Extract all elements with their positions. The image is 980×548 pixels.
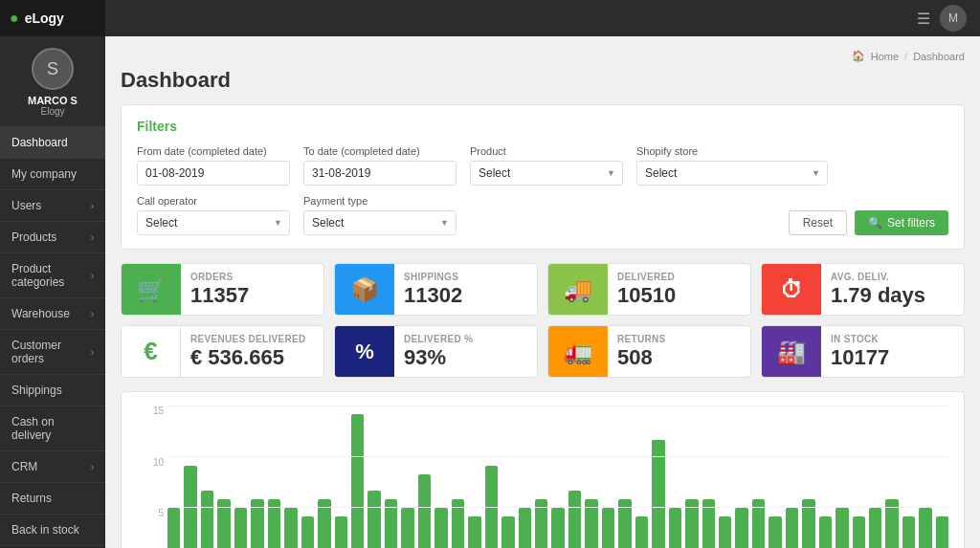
sidebar-item-my-company[interactable]: My company	[0, 159, 105, 190]
sidebar-item-cash-on-delivery[interactable]: Cash on delivery	[0, 406, 105, 451]
filter-actions: Reset 🔍 Set filters	[789, 210, 948, 235]
main-area: ☰ M 🏠 Home / Dashboard Dashboard Filters…	[105, 0, 980, 548]
chart-bar-6	[268, 499, 280, 548]
sidebar-item-users[interactable]: Users›	[0, 190, 105, 222]
stat-card-returns: 🚛 RETURNS 508	[547, 325, 751, 378]
sidebar-item-customer-orders[interactable]: Customer orders›	[0, 330, 105, 375]
chart-bar-10	[335, 516, 347, 548]
chart-bar-30	[669, 508, 681, 548]
user-company: Elogy	[40, 106, 64, 117]
stat-icon-returns: 🚛	[564, 339, 592, 365]
chart-bar-35	[752, 499, 765, 548]
sidebar-item-back-in-stock[interactable]: Back in stock	[0, 515, 105, 546]
chart-bar-13	[385, 499, 397, 548]
from-date-input[interactable]	[137, 161, 290, 186]
stat-icon-revenues: €	[144, 337, 157, 366]
stat-value-shippings: 11302	[404, 284, 527, 307]
chart-bar-17	[452, 499, 464, 548]
chart-bar-27	[618, 499, 631, 548]
sidebar-item-shippings[interactable]: Shippings	[0, 375, 105, 406]
stat-body-in_stock: IN STOCK 10177	[821, 326, 964, 377]
chart-bar-40	[835, 508, 848, 548]
payment-select[interactable]: Select	[303, 210, 457, 235]
stat-body-returns: RETURNS 508	[608, 326, 750, 377]
chart-container: 15105	[137, 406, 948, 548]
product-select[interactable]: Select	[470, 161, 623, 186]
stat-body-shippings: SHIPPINGS 11302	[394, 264, 537, 315]
nav-label: Products	[11, 230, 56, 244]
sidebar-item-products[interactable]: Products›	[0, 222, 105, 253]
payment-group: Payment type Select	[303, 195, 457, 235]
chart-bar-16	[434, 508, 447, 548]
menu-toggle-icon[interactable]: ☰	[917, 10, 930, 28]
stat-label-avg_deliv: AVG. DELIV.	[831, 272, 954, 282]
chart-bar-42	[869, 508, 881, 548]
set-filters-button[interactable]: 🔍 Set filters	[855, 210, 948, 235]
sidebar-item-product-categories[interactable]: Product categories›	[0, 253, 105, 298]
chart-bar-43	[885, 499, 898, 548]
nav-label: Users	[11, 199, 41, 212]
sidebar-item-returns[interactable]: Returns	[0, 483, 105, 515]
chart-bar-33	[719, 516, 731, 548]
nav-label: Dashboard	[11, 136, 68, 149]
sidebar-item-warehouse[interactable]: Warehouse›	[0, 298, 105, 330]
chart-bar-1	[184, 466, 196, 548]
stat-value-avg_deliv: 1.79 days	[831, 284, 954, 307]
sidebar-item-dashboard[interactable]: Dashboard	[0, 127, 105, 159]
stat-body-delivered: DELIVERED 10510	[608, 264, 750, 315]
chart-bar-20	[501, 516, 514, 548]
filters-title: Filters	[137, 119, 948, 134]
chart-bar-24	[568, 491, 581, 548]
shopify-group: Shopify store Select	[636, 145, 828, 186]
stat-label-returns: RETURNS	[617, 334, 741, 344]
chart-bar-39	[819, 516, 832, 548]
chart-bar-29	[652, 440, 664, 548]
nav-arrow-icon: ›	[91, 271, 94, 281]
chart-bar-46	[936, 516, 948, 548]
chart-bar-38	[802, 499, 814, 548]
page-title: Dashboard	[121, 68, 965, 93]
shopify-label: Shopify store	[636, 145, 828, 157]
payment-label: Payment type	[303, 195, 457, 207]
sidebar-item-crm[interactable]: CRM›	[0, 451, 105, 483]
to-date-label: To date (completed date)	[303, 145, 457, 157]
search-icon: 🔍	[868, 216, 882, 230]
shopify-select[interactable]: Select	[636, 161, 828, 186]
breadcrumb-separator: /	[904, 51, 907, 62]
chart-bar-12	[368, 491, 380, 548]
chart-bar-45	[919, 508, 931, 548]
stat-value-delivered_pct: 93%	[404, 346, 527, 369]
call-operator-select[interactable]: Select	[137, 210, 290, 235]
chart-bar-19	[485, 466, 498, 548]
stat-icon-block-avg_deliv: ⏱	[762, 264, 821, 315]
avatar: S	[32, 48, 74, 90]
from-date-group: From date (completed date)	[137, 145, 290, 186]
nav-label: Product categories	[11, 262, 91, 289]
breadcrumb-home-icon: 🏠	[852, 50, 865, 62]
nav-arrow-icon: ›	[91, 462, 94, 472]
breadcrumb-current: Dashboard	[913, 51, 965, 62]
chart-bar-7	[284, 508, 297, 548]
stat-card-avg_deliv: ⏱ AVG. DELIV. 1.79 days	[761, 263, 965, 316]
chart-bar-3	[217, 499, 230, 548]
to-date-input[interactable]	[303, 161, 457, 186]
sidebar: ● eLogy S MARCO S Elogy DashboardMy comp…	[0, 0, 105, 548]
call-operator-label: Call operator	[137, 195, 290, 207]
nav-label: Warehouse	[11, 307, 70, 320]
stat-value-orders: 11357	[190, 284, 314, 307]
chart-bar-2	[201, 491, 213, 548]
chart-bar-9	[318, 499, 330, 548]
sidebar-logo[interactable]: ● eLogy	[0, 0, 105, 36]
topbar-avatar[interactable]: M	[940, 5, 967, 32]
user-profile: S MARCO S Elogy	[0, 36, 105, 127]
reset-button[interactable]: Reset	[789, 210, 847, 235]
user-name: MARCO S	[28, 95, 78, 106]
stat-value-revenues: € 536.665	[190, 346, 314, 369]
nav-label: Customer orders	[11, 339, 91, 365]
stat-card-shippings: 📦 SHIPPINGS 11302	[334, 263, 538, 316]
breadcrumb-home-link[interactable]: Home	[871, 51, 899, 62]
nav-arrow-icon: ›	[91, 309, 94, 319]
chart-bar-28	[635, 516, 648, 548]
chart-y-axis: 15105	[137, 406, 164, 548]
chart-bar-5	[251, 499, 263, 548]
